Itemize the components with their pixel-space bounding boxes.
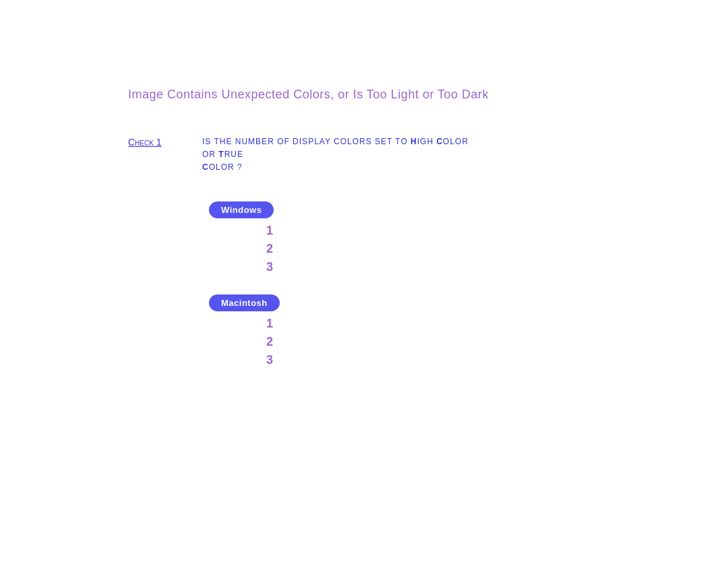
macintosh-items: 1 2 3 [209, 317, 276, 367]
macintosh-section: Macintosh 1 2 3 [209, 294, 276, 367]
windows-badge: Windows [209, 201, 274, 218]
check-label[interactable]: Check 1 [128, 137, 189, 148]
check-color2-label: C [202, 162, 209, 172]
page-container: Image Contains Unexpected Colors, or Is … [0, 0, 728, 367]
check-description-highlight1: H [411, 137, 417, 146]
bottom-section: Windows 1 2 3 Macintosh 1 2 3 [128, 188, 728, 367]
macintosh-item-3: 3 [266, 353, 276, 367]
top-row: Check 1 IS THE NUMBER OF DISPLAY COLORS … [128, 135, 728, 175]
windows-section: Windows 1 2 3 [209, 201, 276, 274]
check-desc-color2: COLOR ? [202, 162, 243, 172]
check-color-label: C [436, 137, 443, 146]
macintosh-badge: Macintosh [209, 294, 280, 311]
sections-container: Windows 1 2 3 Macintosh 1 2 3 [209, 201, 276, 367]
macintosh-item-1: 1 [266, 317, 276, 331]
main-layout: Check 1 IS THE NUMBER OF DISPLAY COLORS … [128, 135, 728, 367]
page-title: Image Contains Unexpected Colors, or Is … [128, 88, 728, 102]
check-description: IS THE NUMBER OF DISPLAY COLORS SET TO H… [202, 135, 472, 175]
check-true-label: T [218, 150, 224, 159]
check-desc-igh: IGH [417, 137, 437, 146]
windows-item-1: 1 [266, 224, 276, 238]
windows-item-3: 3 [266, 260, 276, 274]
check-desc-rue: RUE [224, 150, 243, 159]
windows-item-2: 2 [266, 242, 276, 256]
windows-items: 1 2 3 [209, 224, 276, 274]
macintosh-item-2: 2 [266, 335, 276, 349]
check-description-pre: IS THE NUMBER OF DISPLAY COLORS SET TO [202, 137, 411, 146]
